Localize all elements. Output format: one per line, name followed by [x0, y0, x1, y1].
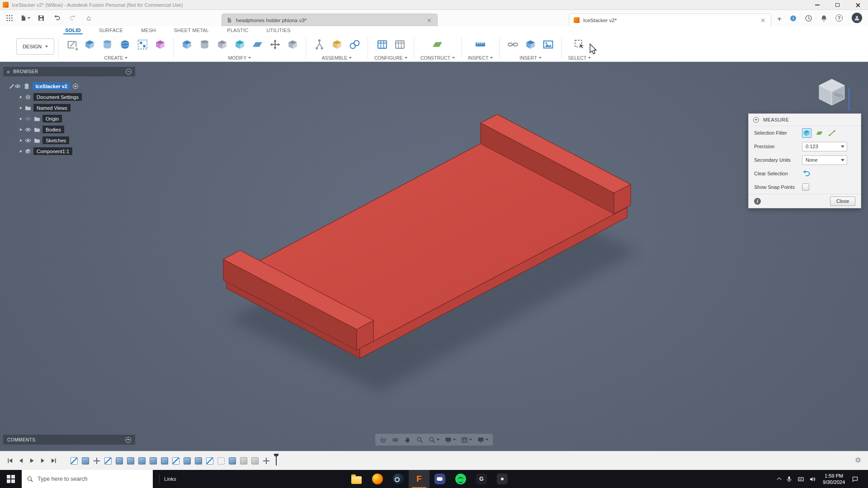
tab-mesh[interactable]: MESH: [140, 26, 157, 34]
tab-sheet-metal[interactable]: SHEET METAL: [173, 26, 210, 34]
timeline-feature-gray-icon[interactable]: [240, 457, 247, 465]
construction-plane-icon[interactable]: [431, 38, 444, 52]
taskbar-app-fusion[interactable]: F: [409, 470, 429, 488]
tab-close-icon[interactable]: [426, 17, 433, 23]
move-copy-icon[interactable]: [268, 38, 282, 52]
tab-solid[interactable]: SOLID: [64, 26, 82, 34]
minimize-button[interactable]: [807, 0, 827, 10]
visibility-eye-icon[interactable]: [14, 83, 21, 89]
tab-plastic[interactable]: PLASTIC: [226, 26, 249, 34]
configure-menu[interactable]: CONFIGURE: [374, 54, 407, 61]
timeline-go-start-button[interactable]: [5, 455, 15, 466]
expand-arrow-icon[interactable]: [20, 150, 22, 153]
cylinder-icon[interactable]: [100, 38, 114, 52]
timeline-feature-extrude-icon[interactable]: [82, 457, 89, 465]
viewport-canvas[interactable]: BROWSER IceStacker v2 Document Settings: [0, 62, 868, 451]
taskbar-search[interactable]: [22, 470, 153, 488]
timeline-feature-move-icon[interactable]: [93, 457, 100, 465]
pan-icon[interactable]: [401, 434, 414, 445]
snap-points-toggle[interactable]: [802, 183, 809, 191]
taskbar-app-epic[interactable]: [492, 470, 513, 488]
timeline-feature-sketch-icon[interactable]: [104, 457, 112, 465]
timeline-go-end-button[interactable]: [48, 455, 59, 466]
filter-body-icon[interactable]: [802, 128, 811, 138]
timeline-settings-gear-icon[interactable]: [854, 456, 862, 465]
browser-item-label[interactable]: IceStacker v2: [33, 82, 71, 90]
browser-item-document-settings[interactable]: Document Settings: [3, 93, 135, 101]
search-input[interactable]: [38, 476, 148, 482]
comments-bar[interactable]: COMMENTS: [3, 435, 135, 445]
visibility-eye-icon[interactable]: [24, 137, 31, 144]
decal-icon[interactable]: [506, 38, 519, 52]
taskbar-clock[interactable]: 1:59 PM 9/30/2024: [821, 473, 847, 486]
modify-menu[interactable]: MODIFY: [228, 54, 251, 61]
taskbar-app-file-explorer[interactable]: [346, 470, 367, 488]
action-center-icon[interactable]: [852, 476, 859, 483]
orbit-icon[interactable]: [377, 434, 389, 445]
timeline-feature-sketch-icon[interactable]: [71, 457, 78, 465]
keyboard-icon[interactable]: [797, 476, 804, 483]
microphone-icon[interactable]: [786, 476, 793, 483]
user-avatar[interactable]: [852, 13, 862, 23]
create-menu[interactable]: CREATE: [104, 54, 128, 61]
browser-item-label[interactable]: Sketches: [42, 136, 69, 144]
timeline-play-button[interactable]: [26, 455, 37, 466]
taskbar-app-discord[interactable]: [429, 470, 450, 488]
file-menu-button[interactable]: [20, 13, 30, 23]
browser-item-label[interactable]: Bodies: [42, 126, 64, 133]
insert-menu[interactable]: INSERT: [519, 54, 541, 61]
create-sketch-icon[interactable]: [65, 38, 79, 52]
expand-arrow-icon[interactable]: [20, 128, 22, 131]
select-tool-icon[interactable]: [573, 38, 586, 52]
expand-arrow-icon[interactable]: [20, 107, 22, 109]
document-tab-active[interactable]: IceStacker v2*: [569, 14, 771, 26]
browser-item-named-views[interactable]: Named Views: [3, 103, 135, 112]
timeline-feature-marker-icon[interactable]: [274, 454, 278, 465]
collapse-icon[interactable]: [125, 437, 131, 443]
expand-arrow-icon[interactable]: [20, 117, 22, 120]
new-tab-button[interactable]: [775, 14, 784, 23]
activate-radio-icon[interactable]: [73, 84, 78, 89]
help-icon[interactable]: [835, 14, 844, 23]
taskbar-app-spotify[interactable]: [450, 470, 471, 488]
info-icon[interactable]: [754, 198, 761, 205]
tray-expand-icon[interactable]: [777, 478, 782, 482]
press-pull-icon[interactable]: [180, 38, 193, 52]
precision-dropdown[interactable]: 0.123: [802, 142, 847, 151]
browser-item-label[interactable]: Document Settings: [33, 93, 82, 101]
links-toolbar[interactable]: Links: [153, 470, 183, 488]
visibility-eye-icon[interactable]: [24, 126, 31, 133]
timeline-feature-extrude-icon[interactable]: [127, 457, 134, 465]
zoom-icon[interactable]: [414, 434, 426, 445]
timeline-feature-extrude-icon[interactable]: [150, 457, 157, 465]
taskbar-app-steam[interactable]: [388, 470, 409, 488]
form-icon[interactable]: [153, 38, 167, 52]
viewports-icon[interactable]: [475, 434, 491, 445]
maximize-button[interactable]: [827, 0, 848, 10]
browser-item-origin[interactable]: Origin: [3, 114, 135, 123]
volume-icon[interactable]: [809, 476, 816, 483]
redo-button[interactable]: [68, 13, 78, 23]
browser-item-label[interactable]: Component1:1: [33, 147, 72, 155]
select-menu[interactable]: SELECT: [568, 54, 591, 61]
timeline-feature-outline-icon[interactable]: [217, 457, 225, 465]
timeline-feature-extrude-icon[interactable]: [229, 457, 236, 465]
fit-icon[interactable]: [426, 434, 442, 445]
collapse-icon[interactable]: [126, 69, 132, 75]
chamfer-icon[interactable]: [286, 38, 299, 52]
filter-face-icon[interactable]: [815, 128, 824, 138]
insert-mesh-icon[interactable]: [524, 38, 537, 52]
timeline-step-forward-button[interactable]: [37, 455, 48, 466]
offset-face-icon[interactable]: [250, 38, 264, 52]
display-settings-icon[interactable]: [442, 434, 458, 445]
document-tab-inactive[interactable]: headphones holder phiona v3*: [222, 14, 438, 26]
box-icon[interactable]: [83, 38, 96, 52]
browser-item-label[interactable]: Origin: [42, 115, 62, 122]
combine-icon[interactable]: [233, 38, 246, 52]
close-dialog-button[interactable]: Close: [830, 197, 855, 206]
pattern-icon[interactable]: [136, 38, 149, 52]
browser-item-label[interactable]: Named Views: [33, 104, 71, 112]
home-icon[interactable]: ⌂: [84, 13, 94, 23]
job-status-icon[interactable]: [804, 14, 813, 23]
expand-arrow-icon[interactable]: [20, 96, 22, 99]
